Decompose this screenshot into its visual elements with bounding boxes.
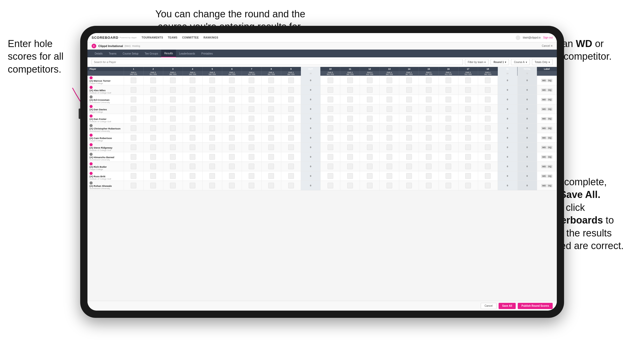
score-cell-1[interactable]: [124, 104, 143, 114]
score-cell-2[interactable]: [143, 171, 163, 181]
score-cell-12[interactable]: [360, 171, 380, 181]
score-cell-7[interactable]: [242, 114, 261, 124]
score-cell-13[interactable]: [380, 95, 399, 104]
score-cell-10[interactable]: [321, 152, 340, 162]
score-cell-8[interactable]: [261, 171, 281, 181]
score-cell-14[interactable]: [399, 124, 419, 133]
score-cell-6[interactable]: [222, 133, 242, 143]
score-cell-15[interactable]: [419, 114, 439, 124]
score-cell-2[interactable]: [143, 133, 163, 143]
score-cell-9[interactable]: [281, 76, 301, 85]
score-cell-9[interactable]: [281, 133, 301, 143]
score-cell-2[interactable]: [143, 162, 163, 171]
score-cell-12[interactable]: [360, 76, 380, 85]
dq-button[interactable]: DQ: [547, 136, 552, 140]
nav-committee[interactable]: COMMITTEE: [182, 36, 199, 39]
nav-rankings[interactable]: RANKINGS: [203, 36, 218, 39]
score-cell-18[interactable]: [478, 133, 498, 143]
score-cell-17[interactable]: [458, 76, 478, 85]
score-cell-17[interactable]: [458, 152, 478, 162]
score-cell-3[interactable]: [163, 181, 183, 190]
score-cell-5[interactable]: [202, 85, 222, 95]
score-cell-17[interactable]: [458, 85, 478, 95]
score-cell-9[interactable]: [281, 104, 301, 114]
score-cell-10[interactable]: [321, 76, 340, 85]
score-cell-8[interactable]: [261, 85, 281, 95]
score-cell-13[interactable]: [380, 162, 399, 171]
score-cell-2[interactable]: [143, 181, 163, 190]
score-table-wrapper[interactable]: Player 1 2 3 4 5 6 7 8 9 OUT 10: [87, 67, 557, 301]
wd-button[interactable]: WD: [541, 107, 547, 111]
sign-out-link[interactable]: Sign out: [543, 36, 553, 39]
score-cell-13[interactable]: [380, 114, 399, 124]
score-cell-3[interactable]: [163, 85, 183, 95]
score-cell-8[interactable]: [261, 104, 281, 114]
score-cell-8[interactable]: [261, 95, 281, 104]
dq-button[interactable]: DQ: [547, 146, 552, 149]
dq-button[interactable]: DQ: [547, 184, 552, 187]
score-cell-17[interactable]: [458, 124, 478, 133]
course-selector[interactable]: Course A ▾: [511, 59, 530, 65]
score-cell-1[interactable]: [124, 76, 143, 85]
score-cell-2[interactable]: [143, 124, 163, 133]
score-cell-10[interactable]: [321, 181, 340, 190]
score-cell-18[interactable]: [478, 76, 498, 85]
score-cell-15[interactable]: [419, 133, 439, 143]
score-cell-7[interactable]: [242, 143, 261, 152]
score-cell-11[interactable]: [340, 95, 360, 104]
score-cell-2[interactable]: [143, 152, 163, 162]
score-cell-3[interactable]: [163, 152, 183, 162]
score-cell-18[interactable]: [478, 143, 498, 152]
totals-only-button[interactable]: Totals Only ▾: [532, 59, 553, 65]
score-cell-10[interactable]: [321, 85, 340, 95]
score-cell-16[interactable]: [439, 124, 458, 133]
score-cell-5[interactable]: [202, 143, 222, 152]
score-cell-18[interactable]: [478, 124, 498, 133]
score-cell-5[interactable]: [202, 181, 222, 190]
dq-button[interactable]: DQ: [547, 98, 552, 101]
score-cell-9[interactable]: [281, 95, 301, 104]
wd-button[interactable]: WD: [541, 136, 547, 140]
score-cell-14[interactable]: [399, 133, 419, 143]
score-cell-17[interactable]: [458, 114, 478, 124]
score-cell-10[interactable]: [321, 114, 340, 124]
score-cell-7[interactable]: [242, 181, 261, 190]
score-cell-11[interactable]: [340, 124, 360, 133]
score-cell-1[interactable]: [124, 95, 143, 104]
score-cell-16[interactable]: [439, 181, 458, 190]
score-cell-18[interactable]: [478, 104, 498, 114]
score-cell-5[interactable]: [202, 133, 222, 143]
score-cell-6[interactable]: [222, 162, 242, 171]
score-cell-4[interactable]: [183, 181, 202, 190]
score-cell-16[interactable]: [439, 76, 458, 85]
score-cell-13[interactable]: [380, 124, 399, 133]
score-cell-18[interactable]: [478, 162, 498, 171]
wd-button[interactable]: WD: [541, 117, 547, 120]
score-cell-10[interactable]: [321, 171, 340, 181]
score-cell-15[interactable]: [419, 85, 439, 95]
score-cell-1[interactable]: [124, 85, 143, 95]
score-cell-18[interactable]: [478, 114, 498, 124]
score-cell-4[interactable]: [183, 104, 202, 114]
nav-tournaments[interactable]: TOURNAMENTS: [142, 36, 163, 39]
score-cell-16[interactable]: [439, 85, 458, 95]
score-cell-12[interactable]: [360, 124, 380, 133]
score-cell-9[interactable]: [281, 124, 301, 133]
score-cell-9[interactable]: [281, 162, 301, 171]
score-cell-4[interactable]: [183, 133, 202, 143]
score-cell-7[interactable]: [242, 171, 261, 181]
score-cell-7[interactable]: [242, 95, 261, 104]
score-cell-6[interactable]: [222, 143, 242, 152]
score-cell-14[interactable]: [399, 85, 419, 95]
score-cell-2[interactable]: [143, 143, 163, 152]
score-cell-3[interactable]: [163, 104, 183, 114]
score-cell-9[interactable]: [281, 152, 301, 162]
cancel-button[interactable]: Cancel: [481, 303, 497, 309]
score-cell-9[interactable]: [281, 171, 301, 181]
score-cell-5[interactable]: [202, 95, 222, 104]
score-cell-7[interactable]: [242, 85, 261, 95]
score-cell-12[interactable]: [360, 104, 380, 114]
score-cell-6[interactable]: [222, 114, 242, 124]
score-cell-15[interactable]: [419, 162, 439, 171]
score-cell-8[interactable]: [261, 162, 281, 171]
